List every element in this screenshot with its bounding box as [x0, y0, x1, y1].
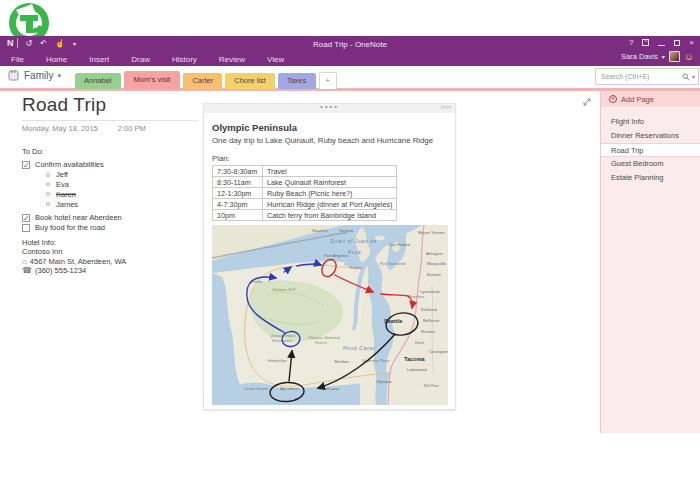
- todo-heading: To Do:: [22, 147, 122, 156]
- note-title[interactable]: Olympic Peninsula: [212, 122, 447, 133]
- todo-label: Buy food for the road: [35, 223, 105, 232]
- map-label: Kent: [415, 340, 425, 345]
- search-scope-caret-icon[interactable]: ▾: [692, 73, 695, 80]
- avatar[interactable]: [669, 51, 680, 62]
- plan-time-cell[interactable]: 8:30-11am: [213, 177, 263, 188]
- add-page-button[interactable]: + Add Page: [601, 91, 700, 107]
- todo-label: Jeff: [56, 170, 68, 179]
- map-label: Covington: [429, 349, 448, 354]
- note-container-grip[interactable]: ••••▭▭: [204, 104, 455, 113]
- help-icon[interactable]: ?: [629, 38, 633, 47]
- map-label: Fuca: [348, 250, 361, 255]
- plan-activity-cell[interactable]: Travel: [263, 166, 397, 177]
- map-label: Saanich: [312, 228, 328, 233]
- menu-file[interactable]: File: [9, 54, 26, 65]
- plan-table[interactable]: 7:30-8:30amTravel8:30-11amLake Quinault …: [212, 165, 397, 221]
- page-item-estate-planning[interactable]: Estate Planning: [601, 171, 700, 185]
- section-tab-annabel[interactable]: Annabel: [75, 73, 121, 89]
- notebook-switcher[interactable]: Family ▾: [8, 70, 61, 81]
- section-tab-taxes[interactable]: Taxes: [278, 73, 316, 89]
- map-label: Hood Canal: [343, 346, 375, 351]
- plan-row: 12-1:30pmRuby Beach (Picnic here?): [213, 188, 397, 199]
- user-name[interactable]: Sara Davis: [621, 52, 658, 61]
- note-container[interactable]: ••••▭▭ Olympic Peninsula One day trip to…: [203, 103, 456, 410]
- menu-view[interactable]: View: [265, 54, 286, 65]
- map-label: Aberdeen: [280, 386, 299, 391]
- todo-label: James: [56, 200, 78, 209]
- search-placeholder: Search (Ctrl+E): [601, 73, 682, 80]
- map-label: Olympic N.P.: [272, 287, 296, 292]
- page-item-road-trip[interactable]: Road Trip: [601, 143, 700, 157]
- note-resize-icon[interactable]: ▭▭: [441, 105, 452, 110]
- plan-row: 10pmCatch ferry from Bainbridge Island: [213, 210, 397, 221]
- checkbox-checked[interactable]: ✓: [22, 214, 30, 222]
- title-underline: [22, 120, 198, 121]
- page-item-dinner-reservations[interactable]: Dinner Reservations: [601, 129, 700, 143]
- ribbon-menu: FileHomeInsertDrawHistoryReviewView: [9, 54, 286, 65]
- map-label: Renton: [421, 329, 435, 334]
- time-text: 2:00 PM: [118, 124, 146, 133]
- plan-time-cell[interactable]: 10pm: [213, 210, 263, 221]
- todo-list: ✓Confirm availabilitiesJeffEvaKarenJames…: [22, 160, 122, 233]
- menu-home[interactable]: Home: [44, 54, 69, 65]
- hotel-heading: Hotel Info:: [22, 238, 126, 247]
- plan-activity-cell[interactable]: Catch ferry from Bainbridge Island: [263, 210, 397, 221]
- page-item-flight-info[interactable]: Flight Info: [601, 115, 700, 129]
- menu-insert[interactable]: Insert: [87, 54, 111, 65]
- plan-time-cell[interactable]: 4-7:30pm: [213, 199, 263, 210]
- search-input[interactable]: Search (Ctrl+E) ▾: [595, 68, 699, 85]
- window-controls: ? ^ ×: [629, 38, 694, 47]
- chevron-down-icon: ▾: [57, 72, 61, 80]
- section-tab-mom-s-visit[interactable]: Mom's visit: [124, 71, 181, 89]
- map-label: Mount Vernon: [418, 230, 445, 235]
- todo-item: Karen: [22, 189, 122, 199]
- menu-review[interactable]: Review: [217, 54, 247, 65]
- menu-history[interactable]: History: [170, 54, 199, 65]
- map-image[interactable]: SaanichVictoriaMount VernonStrait of Jua…: [212, 225, 447, 409]
- map-label: Everett: [427, 272, 441, 277]
- account-area: Sara Davis ▾ ☺: [621, 51, 694, 62]
- full-page-view-icon[interactable]: [582, 97, 592, 107]
- minimize-icon[interactable]: [658, 39, 665, 46]
- section-tab-carter[interactable]: Carter: [183, 73, 222, 89]
- window-title: Road Trip - OneNote: [0, 40, 700, 49]
- map-label: Arlington: [426, 251, 444, 256]
- map-label: Sequim: [349, 266, 362, 270]
- checkbox-checked[interactable]: ✓: [22, 161, 30, 169]
- plan-activity-cell[interactable]: Lake Quinault Rainforest: [263, 177, 397, 188]
- add-section-tab[interactable]: +: [319, 72, 337, 89]
- note-subtitle[interactable]: One day trip to Lake Quinault, Ruby beac…: [212, 136, 447, 145]
- page-title[interactable]: Road Trip: [22, 94, 106, 116]
- main-area: Road Trip Monday, May 18, 20152:00 PM To…: [0, 91, 700, 433]
- checkbox-unchecked[interactable]: [22, 224, 30, 232]
- add-page-plus-icon: +: [609, 95, 617, 103]
- send-a-smile-icon[interactable]: ☺: [684, 51, 694, 62]
- ribbon-options-icon[interactable]: ^: [642, 39, 649, 46]
- search-icon: [682, 73, 690, 81]
- todo-block[interactable]: To Do: ✓Confirm availabilitiesJeffEvaKar…: [22, 147, 122, 233]
- map-label: Strait of Juan de: [330, 239, 377, 244]
- map-label: Lakewood: [407, 367, 427, 372]
- menu-draw[interactable]: Draw: [129, 54, 152, 65]
- plan-time-cell[interactable]: 7:30-8:30am: [213, 166, 263, 177]
- bullet-icon: [46, 202, 50, 206]
- note-body: Olympic Peninsula One day trip to Lake Q…: [204, 113, 455, 409]
- map-label: Tacoma: [404, 356, 426, 362]
- plan-label[interactable]: Plan:: [212, 154, 447, 163]
- plan-time-cell[interactable]: 12-1:30pm: [213, 188, 263, 199]
- close-icon[interactable]: ×: [689, 38, 694, 47]
- bullet-icon: [46, 173, 50, 177]
- todo-item: Buy food for the road: [22, 223, 122, 233]
- restore-icon[interactable]: [674, 40, 680, 46]
- todo-item: Eva: [22, 180, 122, 190]
- title-bar: N ↺ ↶ ☝ ▾ Road Trip - OneNote ? ^ × Sara…: [0, 36, 700, 66]
- map-label: Lynnwood: [420, 289, 440, 294]
- plan-activity-cell[interactable]: Hurrican Ridge (dinner at Port Angeles): [263, 199, 397, 210]
- user-menu-caret[interactable]: ▾: [662, 53, 665, 60]
- page-item-guest-bedroom[interactable]: Guest Bedroom: [601, 157, 700, 171]
- notebook-icon: [8, 70, 20, 81]
- map-label: Victoria: [339, 228, 354, 233]
- plan-activity-cell[interactable]: Ruby Beach (Picnic here?): [263, 188, 397, 199]
- section-tab-chore-list[interactable]: Chore list: [225, 73, 275, 89]
- hotel-info-block[interactable]: Hotel Info: Contoso Inn ⌂4567 Main St, A…: [22, 238, 126, 276]
